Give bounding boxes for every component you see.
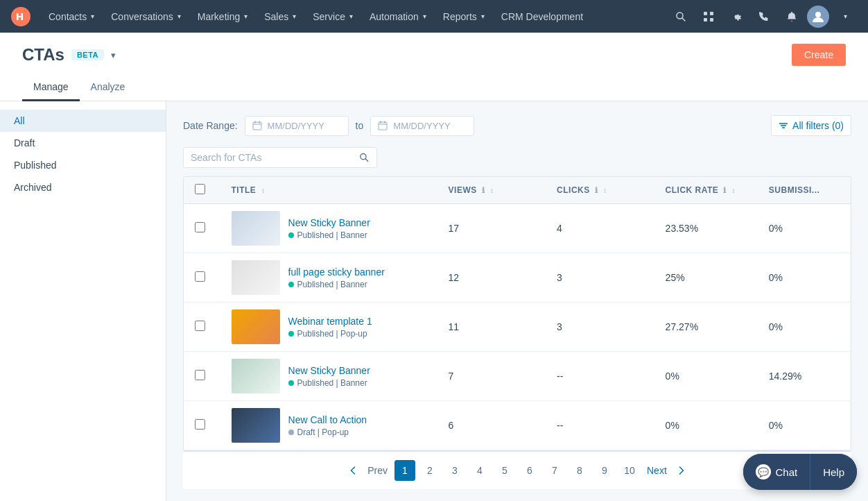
cta-title-cell: New Sticky Banner Published | Banner <box>220 352 437 401</box>
cta-name-link[interactable]: New Call to Action <box>288 414 367 425</box>
cta-name-link[interactable]: New Sticky Banner <box>288 365 370 376</box>
page-4-button[interactable]: 4 <box>469 460 490 481</box>
all-filters-button[interactable]: All filters (0) <box>771 115 851 136</box>
settings-icon[interactable] <box>724 4 749 29</box>
table-wrapper: TITLE ↕ VIEWS ℹ ↕ CLICKS ℹ ↕ <box>183 176 851 451</box>
chat-button[interactable]: 💬 Chat <box>743 454 810 490</box>
nav-automation[interactable]: Automation ▾ <box>363 0 433 33</box>
clicks-cell: 4 <box>546 204 654 253</box>
cta-title-cell: New Sticky Banner Published | Banner <box>220 204 437 253</box>
col-header-title[interactable]: TITLE ↕ <box>220 177 437 204</box>
account-dropdown-icon[interactable]: ▾ <box>832 4 857 29</box>
date-from-input[interactable]: MM/DD/YYYY <box>245 116 349 136</box>
page-3-button[interactable]: 3 <box>444 460 465 481</box>
nav-reports[interactable]: Reports ▾ <box>436 0 492 33</box>
row-checkbox-cell <box>184 303 220 352</box>
search-row <box>183 147 851 168</box>
row-checkbox[interactable] <box>195 222 205 232</box>
row-checkbox[interactable] <box>195 370 205 380</box>
page-10-button[interactable]: 10 <box>619 460 640 481</box>
search-input[interactable] <box>191 152 354 163</box>
next-page-button[interactable] <box>671 460 692 481</box>
col-header-submissions: SUBMISSI... <box>758 177 851 204</box>
status-text: Draft | Pop-up <box>297 427 349 437</box>
select-all-checkbox[interactable] <box>195 184 205 194</box>
sidebar-item-archived[interactable]: Archived <box>0 176 166 198</box>
page-6-button[interactable]: 6 <box>519 460 540 481</box>
cta-thumbnail <box>232 211 280 246</box>
col-header-clickrate[interactable]: CLICK RATE ℹ ↕ <box>654 177 758 204</box>
views-cell: 11 <box>437 303 546 352</box>
cta-table: TITLE ↕ VIEWS ℹ ↕ CLICKS ℹ ↕ <box>183 176 851 451</box>
cta-name-link[interactable]: Webinar template 1 <box>288 316 372 327</box>
cta-name-link[interactable]: New Sticky Banner <box>288 217 370 228</box>
nav-service[interactable]: Service ▾ <box>306 0 360 33</box>
tab-analyze[interactable]: Analyze <box>80 74 137 101</box>
sort-icon-clickrate: ↕ <box>732 187 736 194</box>
svg-rect-5 <box>704 18 707 22</box>
nav-crm-development[interactable]: CRM Development <box>494 0 590 33</box>
clicks-cell: 3 <box>546 253 654 303</box>
chevron-down-icon: ▾ <box>91 12 94 20</box>
user-avatar[interactable] <box>807 6 829 28</box>
svg-line-20 <box>366 159 369 162</box>
sidebar-item-draft[interactable]: Draft <box>0 132 166 154</box>
clicks-cell: 3 <box>546 303 654 352</box>
svg-point-7 <box>815 12 821 17</box>
cta-title-cell: full page sticky banner Published | Bann… <box>220 253 437 303</box>
date-to-placeholder: MM/DD/YYYY <box>393 121 450 131</box>
calendar-icon <box>252 121 262 130</box>
main-content: Date Range: MM/DD/YYYY to MM/DD/YYYY All… <box>166 101 868 501</box>
nav-conversations[interactable]: Conversations ▾ <box>104 0 188 33</box>
apps-icon[interactable] <box>696 4 721 29</box>
page-9-button[interactable]: 9 <box>594 460 615 481</box>
hubspot-logo[interactable] <box>11 7 31 26</box>
prev-label: Prev <box>367 465 388 476</box>
select-all-header <box>184 177 220 204</box>
phone-icon[interactable] <box>752 4 776 29</box>
chevron-down-icon: ▾ <box>481 12 485 20</box>
nav-marketing[interactable]: Marketing ▾ <box>191 0 254 33</box>
row-checkbox-cell <box>184 253 220 303</box>
cta-title-cell: New Call to Action Draft | Pop-up <box>220 401 437 450</box>
date-to-input[interactable]: MM/DD/YYYY <box>370 116 474 136</box>
search-box[interactable] <box>183 147 377 168</box>
status-dot <box>288 282 294 287</box>
col-header-clicks[interactable]: CLICKS ℹ ↕ <box>546 177 654 204</box>
notifications-icon[interactable] <box>779 4 804 29</box>
sidebar-item-published[interactable]: Published <box>0 154 166 176</box>
table-row: New Sticky Banner Published | Banner 7 -… <box>184 352 851 401</box>
views-cell: 6 <box>437 401 546 450</box>
row-checkbox[interactable] <box>195 419 205 430</box>
help-button[interactable]: Help <box>810 454 857 490</box>
cta-title-cell: Webinar template 1 Published | Pop-up <box>220 303 437 352</box>
filters-row: Date Range: MM/DD/YYYY to MM/DD/YYYY All… <box>183 115 851 136</box>
page-2-button[interactable]: 2 <box>419 460 440 481</box>
page-8-button[interactable]: 8 <box>569 460 590 481</box>
prev-page-button[interactable] <box>342 460 363 481</box>
table-row: New Sticky Banner Published | Banner 17 … <box>184 204 851 253</box>
sidebar-item-all[interactable]: All <box>0 110 166 132</box>
search-icon[interactable] <box>668 4 693 29</box>
svg-rect-8 <box>253 122 261 130</box>
nav-contacts[interactable]: Contacts ▾ <box>42 0 101 33</box>
cta-name-link[interactable]: full page sticky banner <box>288 266 385 278</box>
col-header-views[interactable]: VIEWS ℹ ↕ <box>437 177 546 204</box>
submissions-cell: 14.29% <box>758 352 851 401</box>
create-button[interactable]: Create <box>792 44 846 66</box>
tab-manage[interactable]: Manage <box>22 74 80 101</box>
title-dropdown-icon[interactable]: ▾ <box>111 50 116 60</box>
row-checkbox[interactable] <box>195 321 205 331</box>
page-1-button[interactable]: 1 <box>394 460 415 481</box>
page-5-button[interactable]: 5 <box>494 460 515 481</box>
date-separator: to <box>356 120 364 131</box>
nav-sales[interactable]: Sales ▾ <box>257 0 303 33</box>
status-text: Published | Banner <box>297 378 367 388</box>
row-checkbox[interactable] <box>195 271 205 282</box>
table-row: full page sticky banner Published | Bann… <box>184 253 851 303</box>
table-row: New Call to Action Draft | Pop-up 6 -- 0… <box>184 401 851 450</box>
cta-status: Draft | Pop-up <box>288 427 367 437</box>
chevron-down-icon: ▾ <box>293 12 296 20</box>
status-text: Published | Banner <box>297 280 367 289</box>
page-7-button[interactable]: 7 <box>544 460 565 481</box>
